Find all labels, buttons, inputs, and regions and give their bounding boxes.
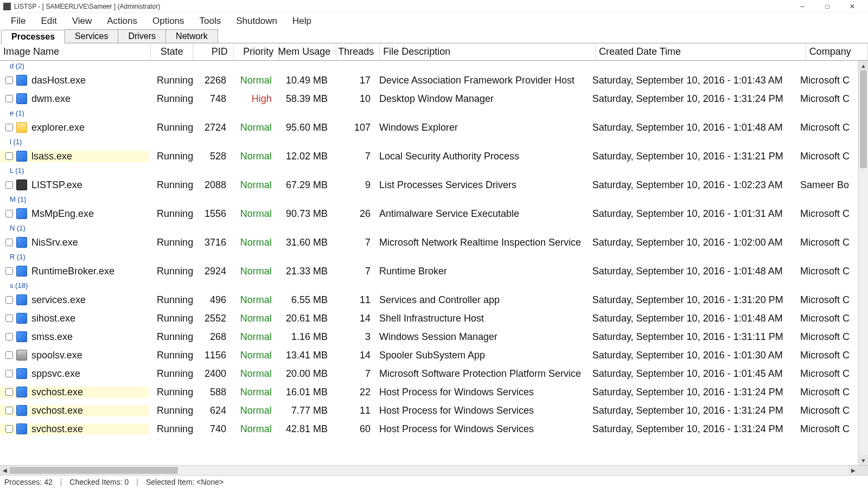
process-state: Running — [149, 75, 192, 86]
row-checkbox[interactable] — [5, 181, 13, 189]
group-header[interactable]: N (1) — [0, 223, 858, 233]
process-row[interactable]: MsMpEng.exeRunning1556Normal90.73 MB26An… — [0, 204, 858, 223]
row-checkbox[interactable] — [5, 370, 13, 377]
process-company: Microsoft C — [797, 387, 858, 398]
scroll-right-arrow-icon[interactable]: ▶ — [848, 466, 858, 475]
col-header-mem-usage[interactable]: Mem Usage — [279, 43, 336, 60]
process-row[interactable]: explorer.exeRunning2724Normal95.60 MB107… — [0, 118, 858, 137]
process-mem: 31.60 MB — [277, 237, 333, 248]
process-row[interactable]: sppsvc.exeRunning2400Normal20.00 MB7Micr… — [0, 364, 858, 383]
col-header-state[interactable]: State — [151, 43, 193, 60]
menu-tools[interactable]: Tools — [192, 14, 229, 29]
process-pid: 268 — [192, 331, 232, 343]
process-row[interactable]: smss.exeRunning268Normal1.16 MB3Windows … — [0, 328, 858, 346]
process-threads: 11 — [333, 294, 376, 306]
process-mem: 16.01 MB — [277, 387, 333, 398]
row-checkbox[interactable] — [5, 314, 13, 322]
row-checkbox[interactable] — [5, 95, 13, 102]
col-header-company[interactable]: Company — [806, 43, 868, 60]
process-state: Running — [149, 368, 192, 380]
group-header[interactable]: s (18) — [0, 280, 858, 291]
tab-services[interactable]: Services — [65, 29, 118, 43]
process-name: RuntimeBroker.exe — [31, 266, 114, 277]
row-checkbox[interactable] — [5, 388, 13, 396]
menu-shutdown[interactable]: Shutdown — [228, 14, 285, 29]
col-header-created-date-time[interactable]: Created Date Time — [596, 43, 806, 60]
menu-help[interactable]: Help — [285, 14, 319, 29]
scroll-up-arrow-icon[interactable]: ▲ — [859, 61, 868, 70]
tab-network[interactable]: Network — [165, 29, 218, 43]
col-header-file-description[interactable]: File Description — [380, 43, 596, 60]
row-checkbox[interactable] — [5, 76, 13, 84]
menu-view[interactable]: View — [65, 14, 100, 29]
scroll-down-arrow-icon[interactable]: ▼ — [859, 455, 868, 465]
horizontal-scrollbar[interactable]: ◀ ▶ — [0, 465, 868, 475]
process-row[interactable]: LISTSP.exeRunning2088Normal67.29 MB9List… — [0, 176, 858, 194]
row-checkbox[interactable] — [5, 152, 13, 160]
vertical-scrollbar[interactable]: ▲ ▼ — [858, 61, 868, 465]
process-state: Running — [149, 122, 192, 133]
process-row[interactable]: svchost.exeRunning588Normal16.01 MB22Hos… — [0, 383, 858, 401]
process-priority: Normal — [232, 368, 277, 380]
menu-file[interactable]: File — [3, 14, 33, 29]
col-header-pid[interactable]: PID — [193, 43, 234, 60]
group-header[interactable]: R (1) — [0, 252, 858, 262]
process-row[interactable]: svchost.exeRunning624Normal7.77 MB11Host… — [0, 401, 858, 420]
group-header[interactable]: L (1) — [0, 165, 858, 176]
process-pid: 2088 — [192, 179, 232, 191]
close-button[interactable]: ✕ — [840, 0, 865, 13]
col-header-threads[interactable]: Threads — [336, 43, 380, 60]
process-icon — [16, 266, 27, 277]
process-mem: 10.49 MB — [277, 75, 333, 86]
process-icon — [16, 368, 27, 379]
process-company: Microsoft C — [797, 208, 858, 220]
group-header[interactable]: M (1) — [0, 194, 858, 204]
tab-processes[interactable]: Processes — [1, 30, 65, 43]
process-row[interactable]: spoolsv.exeRunning1156Normal13.41 MB14Sp… — [0, 346, 858, 364]
process-created: Saturday, September 10, 2016 - 1:31:24 P… — [589, 93, 797, 105]
row-checkbox[interactable] — [5, 239, 13, 246]
row-checkbox[interactable] — [5, 267, 13, 275]
scrollbar-thumb[interactable] — [860, 70, 867, 168]
col-header-image-name[interactable]: Image Name — [0, 43, 151, 60]
row-checkbox[interactable] — [5, 296, 13, 304]
process-row[interactable]: NisSrv.exeRunning3716Normal31.60 MB7Micr… — [0, 233, 858, 252]
process-name: spoolsv.exe — [31, 350, 82, 361]
row-checkbox[interactable] — [5, 425, 13, 433]
h-scrollbar-thumb[interactable] — [10, 467, 178, 474]
process-row[interactable]: dwm.exeRunning748High58.39 MB10Desktop W… — [0, 89, 858, 108]
col-header-priority[interactable]: Priority — [234, 43, 280, 60]
process-row[interactable]: lsass.exeRunning528Normal12.02 MB7Local … — [0, 147, 858, 165]
process-priority: Normal — [232, 423, 277, 435]
process-pid: 3716 — [192, 237, 232, 248]
status-processes: Processes: 42 — [4, 478, 53, 486]
process-state: Running — [149, 208, 192, 220]
maximize-button[interactable]: □ — [815, 0, 840, 13]
process-threads: 107 — [333, 122, 376, 133]
process-company: Microsoft C — [797, 266, 858, 277]
row-checkbox[interactable] — [5, 210, 13, 217]
process-row[interactable]: RuntimeBroker.exeRunning2924Normal21.33 … — [0, 262, 858, 280]
process-threads: 7 — [333, 266, 376, 277]
row-checkbox[interactable] — [5, 407, 13, 414]
scroll-left-arrow-icon[interactable]: ◀ — [0, 466, 10, 475]
minimize-button[interactable]: – — [790, 0, 815, 13]
process-row[interactable]: dasHost.exeRunning2268Normal10.49 MB17De… — [0, 71, 858, 89]
menu-options[interactable]: Options — [145, 14, 192, 29]
row-checkbox[interactable] — [5, 351, 13, 359]
tab-drivers[interactable]: Drivers — [118, 29, 166, 43]
group-header[interactable]: d (2) — [0, 61, 858, 71]
process-created: Saturday, September 10, 2016 - 1:31:24 P… — [589, 387, 797, 398]
group-header[interactable]: l (1) — [0, 137, 858, 147]
row-checkbox[interactable] — [5, 124, 13, 131]
process-row[interactable]: svchost.exeRunning740Normal42.81 MB60Hos… — [0, 420, 858, 438]
process-icon — [16, 122, 27, 133]
process-created: Saturday, September 10, 2016 - 1:31:21 P… — [589, 151, 797, 162]
process-row[interactable]: services.exeRunning496Normal6.55 MB11Ser… — [0, 291, 858, 309]
menu-actions[interactable]: Actions — [99, 14, 145, 29]
process-created: Saturday, September 10, 2016 - 1:31:24 P… — [589, 423, 797, 435]
group-header[interactable]: e (1) — [0, 108, 858, 118]
menu-edit[interactable]: Edit — [33, 14, 64, 29]
process-row[interactable]: sihost.exeRunning2552Normal20.61 MB14She… — [0, 309, 858, 328]
row-checkbox[interactable] — [5, 333, 13, 341]
